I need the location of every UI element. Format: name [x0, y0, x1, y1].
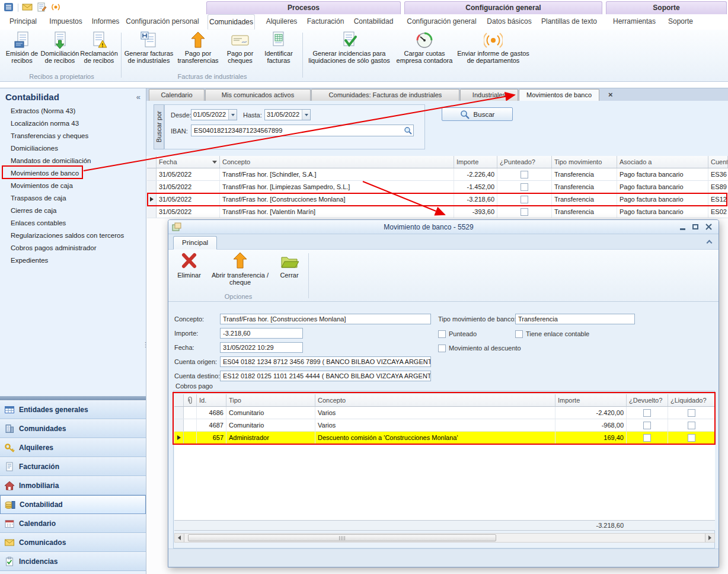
- column-header-punteado[interactable]: ¿Punteado?: [497, 156, 552, 168]
- tab-herramientas[interactable]: Herramientas: [611, 14, 658, 30]
- sidebar-item-mandatos[interactable]: Mandatos de domiciliación: [0, 155, 146, 167]
- sidebar-item-traspasos[interactable]: Traspasos de caja: [0, 192, 146, 205]
- dialog-tab-principal[interactable]: Principal: [173, 236, 217, 250]
- column-header-importe[interactable]: Importe: [555, 394, 627, 406]
- doc-tab-industriales[interactable]: Industriales: [460, 89, 518, 101]
- tab-alquileres[interactable]: Alquileres: [262, 14, 301, 30]
- collapse-ribbon-chevron-icon[interactable]: [707, 240, 713, 246]
- sidebar-item-movimientos-banco[interactable]: Movimientos de banco: [0, 167, 146, 180]
- buscar-button[interactable]: Buscar: [442, 107, 513, 121]
- sidebar-nav-inmobiliaria[interactable]: Inmobiliaria: [0, 476, 146, 495]
- maximize-icon[interactable]: [689, 222, 702, 232]
- table-row-selected[interactable]: 31/05/2022 Transf/Fras hor. [Construccio…: [147, 193, 728, 206]
- descuento-checkbox[interactable]: [438, 345, 446, 352]
- domiciliacion-de-recibos-button[interactable]: Domiciliación de recibos: [40, 30, 79, 64]
- tab-datos-basicos[interactable]: Datos básicos: [485, 14, 534, 30]
- horizontal-scrollbar[interactable]: [174, 533, 715, 543]
- sidebar-collapse-icon[interactable]: «: [136, 93, 141, 101]
- note-edit-icon[interactable]: [36, 2, 47, 14]
- scroll-right-icon[interactable]: [705, 534, 714, 542]
- pago-por-transferencias-button[interactable]: Pago por transferencias: [174, 30, 222, 64]
- column-header-concepto[interactable]: Concepto: [220, 156, 454, 168]
- punteado-checkbox[interactable]: [521, 208, 528, 216]
- table-row[interactable]: 4686 Comunitario Varios -2.420,00: [174, 407, 715, 419]
- sidebar-item-cobros-pagos[interactable]: Cobros pagos administrador: [0, 242, 146, 254]
- sidebar-item-cierres[interactable]: Cierres de caja: [0, 205, 146, 217]
- cargar-cuotas-button[interactable]: Cargar cuotas empresa contadora: [394, 30, 455, 64]
- sidebar-nav-incidencias[interactable]: Incidencias: [0, 552, 146, 571]
- devuelto-checkbox[interactable]: [643, 434, 651, 442]
- identificar-facturas-button[interactable]: Identificar facturas: [258, 30, 299, 64]
- column-header-id[interactable]: Id.: [197, 394, 226, 406]
- column-header-devuelto[interactable]: ¿Devuelto?: [627, 394, 668, 406]
- column-header-liquidado[interactable]: ¿Liquidado?: [668, 394, 715, 406]
- generar-incidencias-button[interactable]: Generar incidencias para liquidaciones d…: [305, 30, 394, 64]
- sidebar-item-expedientes[interactable]: Expedientes: [0, 254, 146, 267]
- minimize-icon[interactable]: [676, 222, 689, 232]
- tab-facturacion[interactable]: Facturación: [304, 14, 347, 30]
- desde-date-field[interactable]: 01/05/2022: [191, 109, 237, 120]
- punteado-checkbox[interactable]: [521, 183, 528, 191]
- column-header-tipo-movimiento[interactable]: Tipo movimiento: [552, 156, 617, 168]
- table-row-highlighted[interactable]: 657 Administrador Descuento comisión a '…: [174, 432, 715, 444]
- column-header-importe[interactable]: Importe: [454, 156, 497, 168]
- scrollbar-thumb[interactable]: [188, 534, 496, 541]
- tab-principal[interactable]: Principal: [5, 14, 41, 30]
- enviar-informe-button[interactable]: Enviar informe de gastos de departamento…: [455, 30, 531, 64]
- generar-facturas-button[interactable]: Generar facturas de industriales: [123, 30, 174, 64]
- sidebar-nav-entidades-generales[interactable]: Entidades generales: [0, 400, 146, 419]
- doc-tab-calendario[interactable]: Calendario: [149, 89, 205, 101]
- doc-tab-facturas-industriales[interactable]: Comunidades: Facturas de industriales: [311, 89, 459, 101]
- pago-por-cheques-button[interactable]: Pago por cheques: [222, 30, 258, 64]
- column-header-asociado-a[interactable]: Asociado a: [617, 156, 708, 168]
- tab-impuestos[interactable]: Impuestos: [46, 14, 85, 30]
- eliminar-button[interactable]: Eliminar: [171, 252, 207, 279]
- tipo-movimiento-field[interactable]: Transferencia: [515, 314, 635, 324]
- sidebar-item-enlaces[interactable]: Enlaces contables: [0, 217, 146, 229]
- sidebar-item-movimientos-caja[interactable]: Movimientos de caja: [0, 180, 146, 192]
- sidebar-item-transferencias[interactable]: Transferencias y cheques: [0, 130, 146, 142]
- sidebar-nav-contabilidad[interactable]: Contabilidad: [0, 495, 146, 514]
- concepto-field[interactable]: Transf/Fras hor. [Construcciones Monlana…: [220, 314, 431, 324]
- importe-field[interactable]: -3.218,60: [220, 328, 303, 339]
- tab-soporte[interactable]: Soporte: [663, 14, 698, 30]
- sidebar-nav-comunicados[interactable]: Comunicados: [0, 533, 146, 552]
- liquidado-checkbox[interactable]: [688, 434, 695, 442]
- column-header-fecha[interactable]: Fecha: [157, 156, 220, 168]
- fecha-field[interactable]: 31/05/2022 10:29: [220, 342, 303, 353]
- liquidado-checkbox[interactable]: [688, 409, 695, 417]
- punteado-checkbox[interactable]: [521, 171, 528, 178]
- tab-informes[interactable]: Informes: [88, 14, 123, 30]
- table-row[interactable]: 31/05/2022 Transf/Fras hor. [Schindler, …: [147, 168, 728, 181]
- tab-configuracion-personal[interactable]: Configuración personal: [126, 14, 199, 30]
- cuenta-destino-field[interactable]: ES12 0182 0125 1101 2145 4444 ( BANCO BI…: [220, 371, 431, 381]
- buscar-por-vertical-tab[interactable]: Buscar por: [154, 104, 164, 149]
- devuelto-checkbox[interactable]: [643, 409, 651, 417]
- cerrar-button[interactable]: Cerrar: [273, 252, 306, 279]
- table-row[interactable]: 31/05/2022 Transf/Fras hor. [Limpiezas S…: [147, 181, 728, 193]
- liquidado-checkbox[interactable]: [688, 422, 695, 429]
- hasta-date-field[interactable]: 31/05/2022: [264, 109, 311, 120]
- sidebar-splitter[interactable]: [0, 396, 146, 400]
- column-header-tipo[interactable]: Tipo: [226, 394, 315, 406]
- tab-comunidades[interactable]: Comunidades: [207, 14, 255, 30]
- scroll-left-icon[interactable]: [175, 534, 184, 542]
- sidebar-item-domiciliaciones[interactable]: Domiciliaciones: [0, 142, 146, 155]
- abrir-transferencia-button[interactable]: Abrir transferencia / cheque: [209, 252, 272, 286]
- tab-configuracion-general[interactable]: Configuración general: [405, 14, 478, 30]
- iban-input[interactable]: ES0401821234871234567899: [191, 125, 414, 136]
- column-header-attachment[interactable]: [184, 394, 197, 406]
- sidebar-item-regularizaciones[interactable]: Regularizaciones saldos con terceros: [0, 229, 146, 242]
- devuelto-checkbox[interactable]: [643, 422, 651, 429]
- mail-icon[interactable]: [22, 2, 33, 14]
- tab-plantillas-de-texto[interactable]: Plantillas de texto: [538, 14, 600, 30]
- emision-de-recibos-button[interactable]: Emisión de recibos: [4, 30, 40, 64]
- sidebar-nav-alquileres[interactable]: Alquileres: [0, 438, 146, 457]
- table-row[interactable]: 31/05/2022 Transf/Fras hor. [Valentín Ma…: [147, 206, 728, 218]
- broadcast-icon[interactable]: [50, 2, 61, 14]
- app-icon[interactable]: [4, 2, 14, 14]
- cuenta-origen-field[interactable]: ES04 0182 1234 8712 3456 7899 ( BANCO BI…: [220, 356, 431, 367]
- sidebar-item-extractos[interactable]: Extractos (Norma 43): [0, 105, 146, 117]
- reclamacion-de-recibos-button[interactable]: Reclamación de recibos: [79, 30, 119, 64]
- close-icon[interactable]: [702, 222, 715, 232]
